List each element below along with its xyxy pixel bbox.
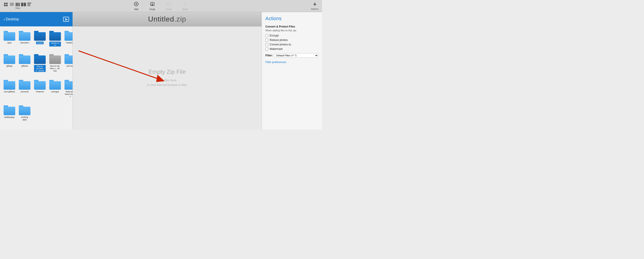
folder-giftapp[interactable]: giftapp: [3, 53, 16, 77]
zip-ext: .zip: [174, 15, 186, 23]
zip-body: Empty Zip File Drag files here, or click…: [73, 26, 262, 129]
encrypt-label[interactable]: Encrypt: [270, 34, 279, 37]
folder-how-to-zip-icon: [34, 54, 46, 64]
svg-rect-2: [4, 5, 6, 6]
add-label: Add: [134, 8, 138, 10]
svg-rect-6: [10, 5, 14, 5]
back-arrow-icon: ‹: [4, 17, 5, 22]
zip-name: Untitled: [148, 15, 174, 23]
folder-next-giftbeta[interactable]: next-giftbeta: [3, 79, 16, 103]
column-view-icon[interactable]: [15, 2, 20, 6]
folder-relocated-label: Relocated Items.nosync: [64, 91, 72, 98]
unzip-label: Unzip: [149, 8, 155, 10]
folder-ezyzip-label: ezyzip: [36, 42, 44, 44]
filter-select[interactable]: Default Filter (+*.*): [274, 53, 318, 58]
sidebar-toggle-button[interactable]: ▶: [63, 17, 69, 22]
watermark-label[interactable]: Watermark: [270, 47, 282, 50]
list-view-icon[interactable]: [10, 2, 14, 6]
toolbar: View Add Unzip: [0, 0, 322, 12]
folder-job-hunt-icon: [64, 54, 72, 64]
svg-rect-1: [6, 3, 8, 4]
grid-view-icon[interactable]: [4, 2, 8, 6]
toolbar-center: Add Unzip Email: [132, 1, 190, 11]
reduce-photos-row: Reduce photos: [265, 38, 318, 42]
svg-marker-22: [313, 2, 316, 6]
file-grid: apps education ezyzip: [0, 26, 72, 129]
actions-toolbar-label: Actions: [311, 8, 318, 10]
folder-freelance[interactable]: freelance: [64, 30, 72, 51]
folder-ezyzip-com[interactable]: ezyzip.com: [48, 30, 62, 51]
svg-rect-11: [24, 3, 26, 6]
folder-next-giftbeta-label: next-giftbeta: [4, 91, 15, 93]
reduce-photos-checkbox[interactable]: [265, 39, 268, 42]
folder-job-hunt-label: job hunt: [67, 65, 72, 67]
folder-next-giftbeta-icon: [4, 80, 15, 90]
filter-preferences-link[interactable]: Filter preferences: [265, 61, 286, 64]
email-icon: [166, 1, 171, 7]
back-label: Desktop: [6, 17, 19, 21]
detail-view-icon[interactable]: [27, 2, 32, 6]
folder-webbyappy[interactable]: webbyappy: [3, 104, 16, 126]
svg-rect-7: [16, 3, 17, 6]
folder-job-hunt[interactable]: job hunt: [64, 53, 72, 77]
folder-working-apps-icon: [19, 105, 30, 115]
email-label: Email: [166, 8, 172, 10]
folder-apps[interactable]: apps: [3, 30, 16, 51]
folder-how-to-zip-2[interactable]: how-to-zip-files-u...nd-line: [48, 53, 62, 77]
folder-how-to-zip-2-icon: [49, 54, 61, 64]
folder-relocated-icon: [64, 80, 72, 90]
folder-webbyappy-icon: [4, 105, 15, 115]
folder-portugal[interactable]: portugal: [48, 79, 62, 103]
svg-rect-13: [27, 4, 30, 4]
zip-content: Untitled.zip Empty Zip File Drag files h…: [73, 12, 262, 129]
svg-rect-8: [17, 3, 18, 6]
zip-header: Untitled.zip: [73, 12, 262, 26]
folder-apps-label: apps: [7, 42, 12, 44]
folder-personal[interactable]: personal: [18, 79, 31, 103]
folder-giftbeta[interactable]: giftbeta: [18, 53, 31, 77]
columns2-view-icon[interactable]: [21, 2, 26, 6]
share-button[interactable]: Share: [180, 1, 190, 11]
folder-freelance-icon: [64, 31, 72, 41]
actions-toolbar-section[interactable]: Actions: [311, 2, 318, 10]
folder-working-apps[interactable]: working apps: [18, 104, 31, 126]
svg-rect-4: [10, 3, 14, 3]
folder-education-label: education: [20, 42, 29, 44]
svg-rect-9: [19, 3, 20, 6]
folder-education-icon: [19, 31, 30, 41]
encrypt-checkbox[interactable]: [265, 34, 268, 37]
folder-pinterest-icon: [34, 80, 46, 90]
folder-webbyappy-label: webbyappy: [4, 116, 14, 119]
sidebar-toggle-icon: ▶: [66, 18, 68, 20]
watermark-checkbox[interactable]: [265, 48, 268, 50]
folder-ezyzip-com-icon: [49, 31, 61, 41]
empty-zip-sub: Drag files here, or click Add and browse…: [147, 78, 188, 87]
folder-ezyzip[interactable]: ezyzip: [33, 30, 46, 51]
filter-row: Filter: Default Filter (+*.*): [265, 53, 318, 58]
folder-apps-icon: [4, 31, 15, 41]
convert-photos-label[interactable]: Convert photos to:: [270, 43, 292, 46]
back-button[interactable]: ‹ Desktop: [4, 17, 19, 22]
reduce-photos-label[interactable]: Reduce photos: [270, 38, 288, 42]
folder-relocated[interactable]: Relocated Items.nosync: [64, 79, 72, 103]
unzip-button[interactable]: Unzip: [148, 1, 157, 11]
svg-rect-5: [10, 4, 14, 4]
actions-panel: Actions Convert & Protect Files When add…: [262, 12, 322, 129]
svg-rect-0: [4, 3, 6, 4]
add-button[interactable]: Add: [132, 1, 140, 11]
section-sub: When adding files to this zip:: [265, 29, 318, 32]
folder-how-to-zip[interactable]: how-to-zip-files-o...winzip: [33, 53, 46, 77]
share-icon: [183, 1, 188, 7]
svg-line-24: [78, 51, 163, 80]
empty-zip-label: Empty Zip File: [148, 68, 186, 75]
folder-working-apps-label: working apps: [19, 116, 30, 121]
watermark-row: Watermark: [265, 47, 318, 50]
empty-sub-line2: or click Add and browse to files.: [147, 83, 188, 87]
folder-education[interactable]: education: [18, 30, 31, 51]
convert-photos-checkbox[interactable]: [265, 43, 268, 46]
actions-title: Actions: [265, 16, 318, 21]
folder-pinterest[interactable]: Pinterest: [33, 79, 46, 103]
email-button[interactable]: Email: [164, 1, 173, 11]
folder-ezyzip-com-label: ezyzip.com: [49, 42, 61, 46]
zip-title: Untitled.zip: [148, 15, 186, 23]
